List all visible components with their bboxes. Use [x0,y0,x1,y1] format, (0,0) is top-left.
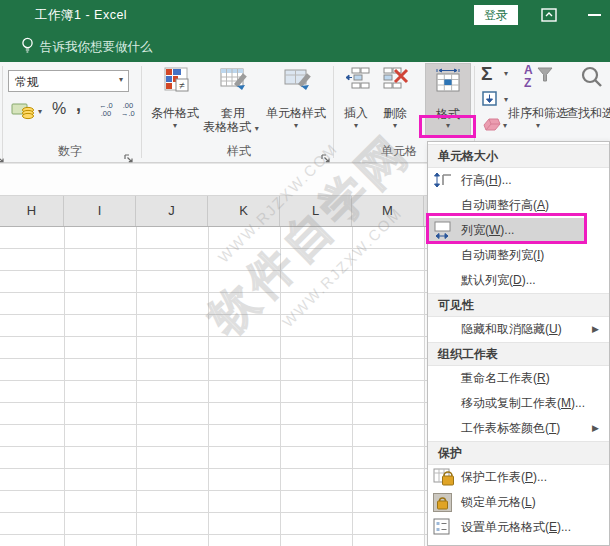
autosum-icon[interactable]: Σ [481,63,492,85]
chevron-down-icon[interactable]: ▾ [426,122,470,130]
cell-styles-button[interactable]: 单元格样式 [263,105,329,122]
number-group-label: 数字 [0,143,140,160]
window-title: 工作簿1 - Excel [35,7,127,24]
menu-section-cell-size: 单元格大小 [428,144,609,168]
menu-item-lock-cell[interactable]: 锁定单元格(L) [428,490,609,515]
menu-item-column-width[interactable]: 列宽(W)... [428,218,609,243]
insert-cells-icon [345,67,371,95]
tellme-placeholder: 告诉我你想要做什么 [40,39,153,56]
chevron-down-icon: ▾ [255,124,259,133]
chevron-down-icon[interactable]: ▾ [504,96,508,104]
column-header-I[interactable]: I [64,196,136,226]
tellme-bar[interactable]: 告诉我你想要做什么 [0,30,610,62]
titlebar: 工作簿1 - Excel 登录 [0,0,610,30]
protect-sheet-icon [433,468,455,487]
delete-button[interactable]: 删除 [376,105,414,122]
gridline [136,227,137,546]
cells-group-label: 单元格 [369,143,429,160]
sort-letter-z: Z [524,76,531,90]
decrease-decimal-icon[interactable]: .00 →.0 [121,102,135,118]
format-dropdown-menu: 单元格大小行高(H)...自动调整行高(A)列宽(W)...自动调整列宽(I)默… [427,141,610,546]
gridline [64,227,65,546]
sort-letter-a: A [524,63,533,77]
number-format-value: 常规 [15,74,39,91]
conditional-formatting-button[interactable]: 条件格式 [147,105,203,122]
fill-icon[interactable] [482,91,498,111]
menu-item-hide-unhide[interactable]: 隐藏和取消隐藏(U)▶ [428,317,609,342]
delete-cells-icon [383,67,411,95]
submenu-arrow-icon: ▶ [592,317,599,342]
chevron-down-icon[interactable]: ▾ [504,70,508,78]
accounting-format-icon[interactable] [11,100,36,125]
lightbulb-icon [20,36,35,59]
sign-in-button[interactable]: 登录 [474,5,518,25]
gridline [280,227,281,546]
menu-item-move-copy-sheet[interactable]: 移动或复制工作表(M)... [428,391,609,416]
number-format-combobox[interactable]: 常规 ▾ [8,70,129,92]
minimize-icon[interactable] [588,14,601,16]
group-separator [141,66,142,158]
menu-item-default-width[interactable]: 默认列宽(D)... [428,268,609,293]
menu-item-autofit-column-width[interactable]: 自动调整列宽(I) [428,243,609,268]
ribbon-display-options-icon[interactable] [541,8,557,26]
menu-item-rename-sheet[interactable]: 重命名工作表(R) [428,366,609,391]
column-header-H[interactable]: H [0,196,64,226]
menu-item-format-cells-dialog[interactable]: 设置单元格格式(E)... [428,515,609,540]
gridline [424,227,425,546]
conditional-formatting-icon: ≠ [164,67,192,101]
group-separator [333,66,334,158]
menu-item-tab-color[interactable]: 工作表标签颜色(T)▶ [428,416,609,441]
menu-section-protection: 保护 [428,441,609,465]
filter-funnel-icon [537,67,553,87]
format-button[interactable]: 格式 ▾ [425,63,471,138]
chevron-down-icon[interactable]: ▾ [147,122,203,130]
comma-style-icon[interactable]: , [76,95,81,116]
column-header-L[interactable]: L [280,196,352,226]
find-select-magnifier-icon [580,65,604,93]
cell-styles-icon [284,67,314,99]
format-as-table-button-line2[interactable]: 表格格式 ▾ [198,119,264,136]
find-select-button[interactable]: 查找和选择 [566,105,610,122]
lock-cell-icon [433,493,455,512]
menu-section-visibility: 可见性 [428,293,609,317]
submenu-arrow-icon: ▶ [592,416,599,441]
excel-window: 工作簿1 - Excel 登录 告诉我你想要做什么 常规 ▾ ▾ % , ←.0… [0,0,610,546]
menu-item-protect-sheet[interactable]: 保护工作表(P)... [428,465,609,490]
svg-text:≠: ≠ [179,80,185,91]
format-cells-icon [433,518,455,537]
increase-decimal-icon[interactable]: ←.0 .00 [99,102,113,118]
format-icon [434,66,462,98]
menu-item-row-height[interactable]: 行高(H)... [428,168,609,193]
gridline [352,227,353,546]
insert-button[interactable]: 插入 [338,105,374,122]
chevron-down-icon[interactable]: ▾ [338,122,374,130]
chevron-down-icon[interactable]: ▾ [119,76,123,84]
column-header-J[interactable]: J [136,196,208,226]
column-header-K[interactable]: K [208,196,280,226]
chevron-down-icon[interactable]: ▾ [376,122,414,130]
chevron-down-icon[interactable]: ▾ [506,122,570,130]
column-header-M[interactable]: M [352,196,424,226]
gridline [208,227,209,546]
chevron-down-icon[interactable]: ▾ [263,122,329,130]
sort-filter-button[interactable]: 排序和筛选 [506,105,570,122]
clear-eraser-icon[interactable] [483,117,501,135]
column-width-icon [433,221,455,240]
format-as-table-icon [220,67,250,99]
menu-item-autofit-row-height[interactable]: 自动调整行高(A) [428,193,609,218]
percent-style-icon[interactable]: % [52,100,66,118]
row-height-icon [433,171,455,190]
menu-section-organize-sheets: 组织工作表 [428,342,609,366]
chevron-down-icon[interactable]: ▾ [38,108,42,116]
styles-group-label: 样式 [145,143,333,160]
